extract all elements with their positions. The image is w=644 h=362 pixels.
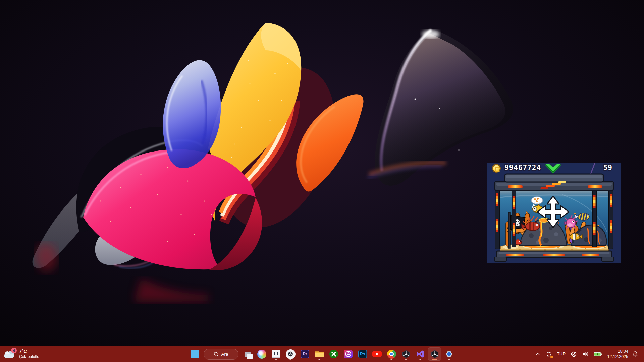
desktop: 99467724 59 4 7°C Çok bulutlu: [0, 0, 644, 362]
running-indicator: [405, 359, 407, 360]
cloud-icon: 4: [3, 349, 16, 359]
tray-volume-icon[interactable]: [581, 350, 590, 358]
move-cursor: [537, 195, 570, 228]
xbox-icon: [329, 349, 338, 359]
coin-icon: [492, 164, 501, 173]
taskbar-app-task-view[interactable]: [240, 347, 254, 361]
tray-clock[interactable]: 18:04 12.12.2025: [607, 349, 628, 360]
unity-icon: [430, 350, 439, 359]
active-indicator: [432, 359, 437, 360]
weather-temperature: 7°C: [19, 349, 39, 354]
collapse-chevron-button[interactable]: [545, 163, 561, 175]
chrome-icon: [387, 350, 396, 359]
tray-network-icon[interactable]: [569, 350, 578, 359]
tray-battery-icon[interactable]: [592, 350, 603, 358]
tray-update-icon[interactable]: [544, 350, 553, 359]
search-label: Ara: [221, 352, 228, 357]
taskbar-app-pixel-game[interactable]: [269, 347, 283, 361]
taskbar-app-unity-editor[interactable]: [399, 347, 413, 361]
aquarium-widget[interactable]: 99467724 59: [487, 163, 621, 263]
pixel-game-icon: [272, 350, 280, 358]
update-badge: [550, 355, 554, 359]
file-explorer-icon: [315, 350, 324, 358]
task-view-icon: [242, 349, 253, 359]
language-label: TUR: [557, 352, 566, 356]
running-indicator: [390, 359, 392, 360]
running-indicator: [448, 359, 450, 360]
weather-condition: Çok bulutlu: [19, 354, 39, 359]
running-indicator: [275, 359, 277, 360]
tray-language-switcher[interactable]: TUR: [556, 350, 567, 358]
photoshop-icon: Ps: [358, 350, 367, 358]
clock-date: 12.12.2025: [607, 354, 628, 359]
taskbar-app-visual-studio[interactable]: [414, 347, 427, 361]
unity-hub-icon: [286, 349, 296, 359]
tray-notifications[interactable]: z z: [631, 349, 640, 359]
running-indicator: [419, 359, 421, 360]
tray-show-hidden-icons[interactable]: [533, 350, 542, 358]
taskbar-app-copilot[interactable]: [255, 347, 268, 361]
taskbar: 4 7°C Çok bulutlu Ara: [0, 346, 644, 362]
unity-icon: [401, 350, 411, 359]
battery-charging-icon: [594, 352, 602, 357]
taskbar-app-xbox[interactable]: [327, 347, 340, 361]
premiere-pro-icon: Pr: [301, 350, 309, 358]
weather-widget[interactable]: 4 7°C Çok bulutlu: [3, 346, 39, 362]
taskbar-app-photoshop[interactable]: Ps: [356, 347, 369, 361]
level-number: 59: [603, 164, 612, 172]
start-button[interactable]: [188, 347, 202, 361]
taskbar-app-unity-editor-active[interactable]: [428, 347, 441, 361]
youtube-icon: [372, 351, 382, 357]
taskbar-app-youtube[interactable]: [370, 347, 384, 361]
running-indicator: [318, 359, 320, 360]
bell-dnd-icon: z z: [632, 351, 639, 357]
taskbar-app-settings[interactable]: ⚙: [442, 347, 456, 361]
tank-lid: [495, 174, 613, 190]
coin-count: 99467724: [504, 164, 541, 172]
weather-badge: 4: [11, 348, 17, 353]
settings-gear-icon: ⚙: [444, 349, 454, 359]
search-box[interactable]: Ara: [204, 349, 238, 360]
speaker-icon: [582, 351, 589, 357]
copilot-icon: [257, 350, 266, 359]
visual-studio-icon: [416, 350, 425, 358]
globe-no-internet-icon: [571, 351, 577, 357]
clock-time: 18:04: [607, 349, 628, 354]
taskbar-app-chrome[interactable]: [385, 347, 398, 361]
taskbar-app-file-explorer[interactable]: [313, 347, 326, 361]
windows-logo-icon: [191, 350, 199, 358]
search-icon: [214, 352, 219, 357]
taskbar-app-premiere-pro[interactable]: Pr: [298, 347, 312, 361]
taskbar-app-unity-hub[interactable]: [284, 347, 297, 361]
taskbar-app-profile[interactable]: [341, 347, 355, 361]
chevron-up-icon: [535, 351, 541, 357]
profile-app-icon: [344, 350, 353, 358]
running-indicator: [289, 359, 291, 360]
